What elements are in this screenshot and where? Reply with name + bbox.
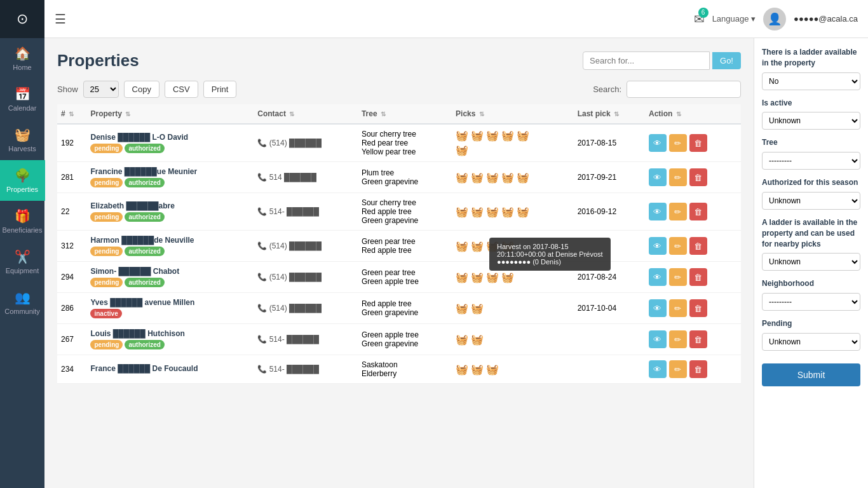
basket-icon[interactable]: 🧺 (456, 172, 468, 184)
sidebar-item-calendar[interactable]: 📅Calendar (0, 79, 45, 119)
basket-icon[interactable]: 🧺 (471, 240, 484, 252)
search-input[interactable] (583, 51, 710, 70)
basket-icon[interactable]: 🧺 (456, 206, 468, 218)
delete-button[interactable]: 🗑 (689, 168, 707, 186)
filter-select-is_active[interactable]: UnknownYesNo (762, 112, 860, 130)
edit-button[interactable]: ✏ (669, 360, 687, 378)
phone-number: 📞 514- ██████ (257, 365, 319, 374)
delete-button[interactable]: 🗑 (689, 330, 707, 348)
col-#[interactable]: # ⇅ (57, 104, 86, 124)
col-last-pick[interactable]: Last pick ⇅ (574, 104, 645, 124)
basket-icon[interactable]: 🧺 (486, 172, 499, 184)
basket-icon[interactable]: 🧺 (471, 363, 484, 376)
basket-icon[interactable]: 🧺 (486, 240, 499, 252)
delete-button[interactable]: 🗑 (689, 360, 707, 378)
sort-icon[interactable]: ⇅ (676, 111, 681, 118)
basket-icon[interactable]: 🧺 (517, 130, 529, 142)
basket-icon[interactable]: 🧺 (471, 172, 484, 184)
basket-icon[interactable]: 🧺 (471, 302, 484, 315)
basket-icon[interactable]: 🧺 (486, 130, 499, 142)
menu-icon[interactable]: ☰ (55, 11, 66, 27)
show-select[interactable]: 102550100 (83, 81, 119, 98)
view-button[interactable]: 👁 (649, 360, 667, 378)
basket-icon[interactable]: 🧺 (501, 130, 514, 142)
view-button[interactable]: 👁 (649, 134, 667, 152)
col-action[interactable]: Action ⇅ (645, 104, 741, 124)
basket-icon[interactable]: 🧺 (517, 172, 529, 184)
print-button[interactable]: Print (203, 81, 237, 98)
sort-icon[interactable]: ⇅ (125, 111, 130, 118)
sidebar-item-community[interactable]: 👥Community (0, 282, 45, 323)
delete-button[interactable]: 🗑 (689, 237, 707, 255)
filter-select-ladder_nearby[interactable]: UnknownYesNo (762, 253, 860, 271)
basket-icon[interactable]: 🧺 (471, 334, 484, 346)
table-search-input[interactable] (627, 81, 741, 98)
basket-icon[interactable]: 🧺 (456, 130, 468, 142)
sidebar-logo: ⊙ (0, 0, 44, 38)
main-content: Properties Go! Show 102550100 Copy CSV P… (44, 38, 754, 488)
sidebar-item-harvests[interactable]: 🧺Harvests (0, 119, 45, 160)
view-button[interactable]: 👁 (649, 237, 667, 255)
right-panel: There is a ladder available in the prope… (754, 38, 868, 488)
view-button[interactable]: 👁 (649, 268, 667, 286)
notification-bell[interactable]: ✉ 6 (694, 11, 705, 27)
sidebar-item-equipment[interactable]: ✂️Equipment (0, 241, 45, 282)
avatar[interactable]: 👤 (763, 8, 786, 30)
basket-icon[interactable]: 🧺 (456, 334, 468, 346)
delete-button[interactable]: 🗑 (689, 268, 707, 286)
col-contact[interactable]: Contact ⇅ (254, 104, 358, 124)
view-button[interactable]: 👁 (649, 299, 667, 317)
col-tree[interactable]: Tree ⇅ (358, 104, 452, 124)
sort-icon[interactable]: ⇅ (69, 111, 74, 118)
basket-icon[interactable]: 🧺 (501, 206, 514, 218)
sort-icon[interactable]: ⇅ (381, 111, 386, 118)
edit-button[interactable]: ✏ (669, 203, 687, 220)
row-last-pick (574, 355, 645, 384)
basket-icon[interactable]: 🧺 (486, 271, 499, 283)
basket-icon[interactable]: 🧺 (456, 240, 468, 252)
sidebar-item-properties[interactable]: 🌳Properties (0, 160, 45, 201)
sidebar-item-beneficiaries[interactable]: 🎁Beneficiaries (0, 201, 45, 241)
view-button[interactable]: 👁 (649, 330, 667, 348)
csv-button[interactable]: CSV (165, 81, 198, 98)
edit-button[interactable]: ✏ (669, 237, 687, 255)
filter-select-ladder[interactable]: NoYesUnknown (762, 72, 860, 90)
col-property[interactable]: Property ⇅ (86, 104, 254, 124)
view-button[interactable]: 👁 (649, 203, 667, 220)
delete-button[interactable]: 🗑 (689, 299, 707, 317)
filter-select-tree[interactable]: ---------Sour cherry treeRed pear treePl… (762, 152, 860, 170)
filter-select-authorized_season[interactable]: UnknownYesNo (762, 192, 860, 210)
copy-button[interactable]: Copy (124, 81, 159, 98)
basket-icon[interactable]: 🧺 (456, 144, 468, 156)
sidebar-item-home[interactable]: 🏠Home (0, 38, 45, 79)
basket-icon[interactable]: 🧺 (471, 206, 484, 218)
basket-icon[interactable]: 🧺 (456, 363, 468, 376)
basket-icon[interactable]: 🧺 (501, 240, 514, 252)
delete-button[interactable]: 🗑 (689, 203, 707, 220)
submit-button[interactable]: Submit (762, 363, 860, 386)
basket-icon[interactable]: 🧺 (471, 130, 484, 142)
basket-icon[interactable]: 🧺 (456, 271, 468, 283)
delete-button[interactable]: 🗑 (689, 134, 707, 152)
sort-icon[interactable]: ⇅ (479, 111, 484, 118)
basket-icon[interactable]: 🧺 (486, 363, 499, 376)
sort-icon[interactable]: ⇅ (289, 111, 294, 118)
sort-icon[interactable]: ⇅ (614, 111, 619, 118)
search-go-button[interactable]: Go! (712, 52, 741, 69)
col-picks[interactable]: Picks ⇅ (452, 104, 574, 124)
edit-button[interactable]: ✏ (669, 299, 687, 317)
basket-icon[interactable]: 🧺 (456, 302, 468, 315)
edit-button[interactable]: ✏ (669, 268, 687, 286)
filter-select-pending[interactable]: UnknownYesNo (762, 333, 860, 351)
basket-icon[interactable]: 🧺 (486, 206, 499, 218)
basket-icon[interactable]: 🧺 (501, 172, 514, 184)
edit-button[interactable]: ✏ (669, 330, 687, 348)
basket-icon[interactable]: 🧺 (501, 271, 514, 283)
edit-button[interactable]: ✏ (669, 168, 687, 186)
language-selector[interactable]: Language ▾ (712, 14, 756, 24)
edit-button[interactable]: ✏ (669, 134, 687, 152)
filter-select-neighborhood[interactable]: --------- (762, 293, 860, 311)
view-button[interactable]: 👁 (649, 168, 667, 186)
basket-icon[interactable]: 🧺 (471, 271, 484, 283)
basket-icon[interactable]: 🧺 (517, 206, 529, 218)
